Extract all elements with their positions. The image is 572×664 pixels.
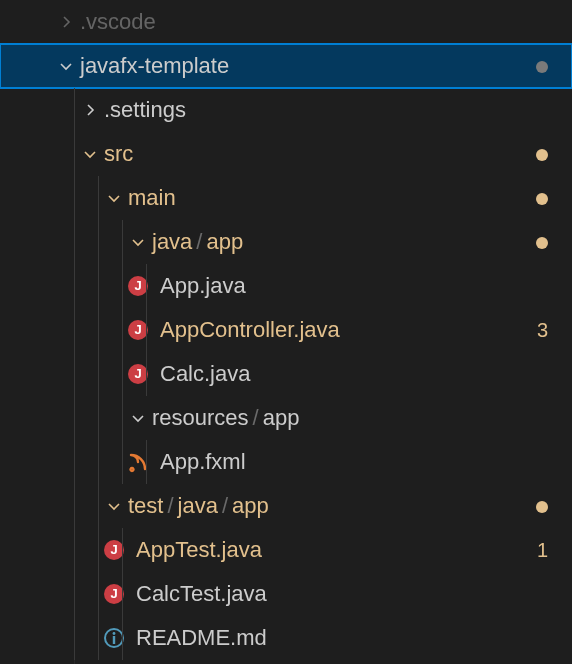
problems-badge: 1 <box>520 539 548 562</box>
modified-dot-icon <box>520 495 548 518</box>
chevron-down-icon <box>104 496 124 516</box>
folder-label: javafx-template <box>80 53 229 78</box>
java-file-icon: J <box>126 274 150 298</box>
info-file-icon <box>102 626 126 650</box>
chevron-right-icon <box>80 100 100 120</box>
modified-dot-icon <box>520 55 548 78</box>
java-file-icon: J <box>126 318 150 342</box>
folder-label: test/java/app <box>128 493 269 519</box>
svg-point-11 <box>113 632 116 635</box>
chevron-down-icon <box>56 56 76 76</box>
folder-label: src <box>104 141 133 166</box>
tree-item-readme-md[interactable]: README.md <box>0 616 572 660</box>
chevron-down-icon <box>128 232 148 252</box>
java-file-icon: J <box>102 582 126 606</box>
chevron-down-icon <box>128 408 148 428</box>
chevron-right-icon <box>56 12 76 32</box>
tree-item-appcontroller-java[interactable]: J AppController.java 3 <box>0 308 572 352</box>
java-file-icon: J <box>126 362 150 386</box>
tree-item-target[interactable]: target <box>0 660 572 664</box>
svg-text:J: J <box>110 586 117 601</box>
file-explorer-tree: .vscode javafx-template .settings src <box>0 0 572 664</box>
java-file-icon: J <box>102 538 126 562</box>
tree-item-src[interactable]: src <box>0 132 572 176</box>
file-label: App.java <box>160 273 246 298</box>
xml-file-icon <box>126 450 150 474</box>
file-label: App.fxml <box>160 449 246 474</box>
folder-label: .settings <box>104 97 186 122</box>
file-label: Calc.java <box>160 361 250 386</box>
modified-dot-icon <box>520 187 548 210</box>
svg-text:J: J <box>134 322 141 337</box>
tree-item-vscode[interactable]: .vscode <box>0 0 572 44</box>
folder-label: main <box>128 185 176 210</box>
tree-item-javafx-template[interactable]: javafx-template <box>0 44 572 88</box>
file-label: AppTest.java <box>136 537 262 562</box>
problems-badge: 3 <box>520 319 548 342</box>
folder-label: java/app <box>152 229 243 255</box>
tree-item-test-java-app[interactable]: test/java/app <box>0 484 572 528</box>
tree-item-java-app[interactable]: java/app <box>0 220 572 264</box>
tree-item-resources-app[interactable]: resources/app <box>0 396 572 440</box>
chevron-down-icon <box>104 188 124 208</box>
folder-label: .vscode <box>80 9 156 34</box>
tree-item-calctest-java[interactable]: J CalcTest.java <box>0 572 572 616</box>
svg-text:J: J <box>134 366 141 381</box>
chevron-down-icon <box>80 144 100 164</box>
svg-text:J: J <box>110 542 117 557</box>
folder-label: resources/app <box>152 405 299 431</box>
tree-item-apptest-java[interactable]: J AppTest.java 1 <box>0 528 572 572</box>
file-label: README.md <box>136 625 267 650</box>
tree-item-settings[interactable]: .settings <box>0 88 572 132</box>
tree-item-app-java[interactable]: J App.java <box>0 264 572 308</box>
file-label: CalcTest.java <box>136 581 267 606</box>
svg-text:J: J <box>134 278 141 293</box>
modified-dot-icon <box>520 231 548 254</box>
tree-item-app-fxml[interactable]: App.fxml <box>0 440 572 484</box>
file-label: AppController.java <box>160 317 340 342</box>
tree-item-main[interactable]: main <box>0 176 572 220</box>
svg-rect-12 <box>113 636 115 644</box>
tree-item-calc-java[interactable]: J Calc.java <box>0 352 572 396</box>
modified-dot-icon <box>520 143 548 166</box>
